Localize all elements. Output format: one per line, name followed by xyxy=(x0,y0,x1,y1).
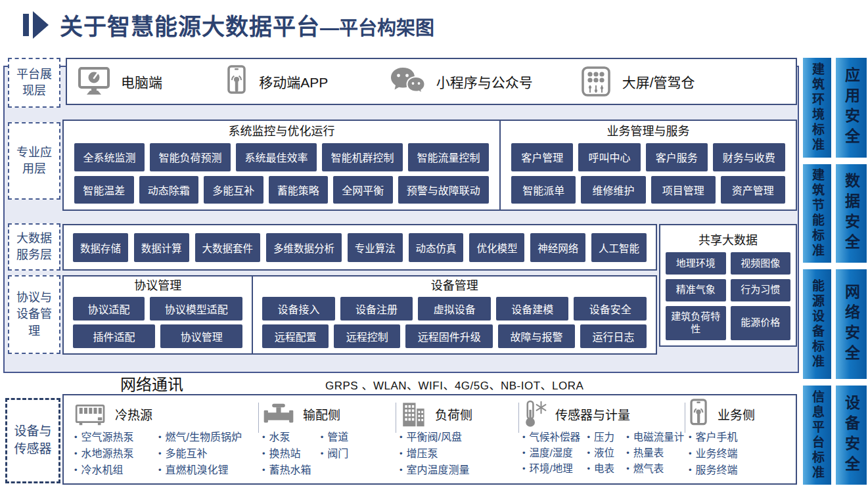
sensor-icon xyxy=(522,399,547,428)
group-business-management: 业务管理与服务 客户管理 呼叫中心 客户服务 财务与收费 智能派单 维修维护 项… xyxy=(501,121,796,210)
device-item: 水地源热泵 xyxy=(74,446,157,462)
group-system-monitoring: 系统监控与优化运行 全系统监测 智能负荷预测 系统最佳效率 智能机群控制 智能流… xyxy=(64,121,501,210)
device-item: 业务终端 xyxy=(689,446,789,462)
shared-bigdata-button: 能源价格 xyxy=(731,306,791,341)
device-item: 电表 xyxy=(587,461,625,477)
page-title: 关于智慧能源大数据平台—平台构架图 xyxy=(60,8,434,41)
app-button: 客户服务 xyxy=(646,143,708,171)
group-title: 业务管理与服务 xyxy=(511,124,785,139)
heat-source-icon xyxy=(74,401,107,427)
app-button: 全网平衡 xyxy=(333,176,393,204)
page-title-sub: —平台构架图 xyxy=(320,18,434,39)
bigdata-button: 大数据套件 xyxy=(195,233,260,262)
device-item: 电磁流量计 xyxy=(626,430,683,445)
device-mgmt-button: 远程配置 xyxy=(262,324,329,348)
shared-bigdata-button: 建筑负荷特性 xyxy=(666,306,726,341)
group-device-management: 设备管理 设备接入 设备注册 虚拟设备 设备建模 设备安全 远程配置 远程控制 … xyxy=(253,276,656,353)
device-item: 水泵 xyxy=(262,430,319,446)
standards-bar: 建筑环境标准 xyxy=(803,58,831,158)
bigdata-button: 优化模型 xyxy=(469,233,524,262)
device-mgmt-button: 远程固件升级 xyxy=(405,324,493,348)
device-item: 热量表 xyxy=(626,445,683,461)
device-mgmt-button: 设备接入 xyxy=(262,297,335,320)
group-title: 设备管理 xyxy=(262,278,647,293)
shared-bigdata-button: 精准气象 xyxy=(666,279,726,301)
app-button: 客户管理 xyxy=(511,143,573,171)
layer-label-devices: 设备与传感器 xyxy=(5,398,60,483)
standards-bar: 信息平台标准 xyxy=(803,386,831,485)
app-button: 智能流量控制 xyxy=(408,143,489,171)
device-mgmt-button: 运行日志 xyxy=(580,324,647,348)
app-button: 财务与收费 xyxy=(713,143,785,171)
presentation-item-label: 小程序与公众号 xyxy=(436,72,533,91)
device-mgmt-button: 设备建模 xyxy=(496,297,569,320)
page-title-main: 关于智慧能源大数据平台 xyxy=(60,14,320,39)
standards-bar: 能源设备标准 xyxy=(803,269,831,379)
terminal-icon xyxy=(689,399,710,429)
shared-bigdata-box: 共享大数据 地理环境 视频图像 精准气象 行为习惯 建筑负荷特性 能源价格 xyxy=(659,224,797,347)
protocol-button: 协议适配 xyxy=(73,297,145,320)
device-item: 燃气表 xyxy=(626,461,683,477)
device-column-title: 业务侧 xyxy=(718,405,755,423)
device-item: 燃气/生物质锅炉 xyxy=(158,430,256,446)
security-bar: 应用安全 xyxy=(836,58,867,158)
mobile-icon xyxy=(226,65,248,98)
wechat-icon xyxy=(389,66,426,97)
protocol-row: 协议管理 协议适配 协议模型适配 插件适配 协议管理 设备管理 设备接入 设备注… xyxy=(62,275,657,355)
app-button: 蓄能策略 xyxy=(269,176,329,204)
device-column-heat-source: 冷热源 空气源热泵 燃气/生物质锅炉 水地源热泵 多能互补 冷水机组 直燃机溴化… xyxy=(70,399,258,481)
title-marker-icon xyxy=(22,10,51,40)
layer-label-application: 专业应用层 xyxy=(8,122,60,200)
group-protocol-management: 协议管理 协议适配 协议模型适配 插件适配 协议管理 xyxy=(64,276,253,353)
group-title: 系统监控与优化运行 xyxy=(74,124,489,139)
device-item: 平衡阀/风盘 xyxy=(400,430,514,446)
device-item: 管道 xyxy=(321,430,393,446)
shared-bigdata-button: 视频图像 xyxy=(731,252,791,275)
app-button: 资产管理 xyxy=(721,176,785,204)
app-button: 呼叫中心 xyxy=(578,143,640,171)
app-button: 全系统监测 xyxy=(74,143,145,171)
shared-bigdata-button: 行为习惯 xyxy=(731,279,791,301)
device-item: 蓄热水箱 xyxy=(262,462,319,479)
presentation-item-bigscreen: 大屏/管驾仓 xyxy=(580,66,785,97)
app-button: 智能机群控制 xyxy=(322,143,403,171)
device-mgmt-button: 虚拟设备 xyxy=(418,297,491,320)
device-item: 环境/地理 xyxy=(522,461,585,477)
app-button: 项目管理 xyxy=(651,176,716,204)
device-column-title: 输配侧 xyxy=(303,405,340,423)
device-item: 增压泵 xyxy=(400,446,514,462)
bigdata-button: 专业算法 xyxy=(348,233,403,262)
bigdata-button: 多维数据分析 xyxy=(266,233,342,262)
device-item: 服务终端 xyxy=(689,462,789,479)
dashboard-icon xyxy=(580,66,612,97)
presentation-row: 电脑端 移动端APP xyxy=(66,58,797,105)
device-item: 空气源热泵 xyxy=(74,430,157,446)
device-item: 直燃机溴化锂 xyxy=(158,462,256,479)
bigdata-button: 神经网络 xyxy=(530,233,585,262)
bigdata-button: 数据存储 xyxy=(73,233,128,262)
device-mgmt-button: 故障与报警 xyxy=(498,324,575,348)
layer-label-presentation: 平台展现层 xyxy=(8,58,60,108)
device-item: 冷水机组 xyxy=(74,462,157,479)
bigdata-button: 数据计算 xyxy=(134,233,189,262)
device-item: 客户手机 xyxy=(689,430,789,446)
slide-canvas: 关于智慧能源大数据平台—平台构架图 平台展现层 专业应用层 大数据服务层 协议与… xyxy=(0,0,868,486)
protocol-button: 协议模型适配 xyxy=(150,297,242,320)
bigdata-button: 人工智能 xyxy=(591,233,647,262)
device-item: 多能互补 xyxy=(158,446,256,462)
valve-icon xyxy=(262,402,295,426)
app-button: 维修维护 xyxy=(581,176,645,204)
device-column-distribution: 输配侧 水泵 管道 换热站 阀门 蓄热水箱 xyxy=(258,399,396,481)
layer-label-bigdata: 大数据服务层 xyxy=(8,223,60,271)
protocol-button: 插件适配 xyxy=(73,324,155,348)
device-item: 压力 xyxy=(587,430,625,445)
group-title: 协议管理 xyxy=(73,278,242,293)
app-button: 预警与故障联动 xyxy=(398,176,490,204)
device-item: 阀门 xyxy=(321,446,393,462)
device-column-load-side: 负荷侧 平衡阀/风盘 增压泵 室内温度测量 xyxy=(396,399,518,481)
presentation-item-label: 电脑端 xyxy=(121,72,162,91)
application-row: 系统监控与优化运行 全系统监测 智能负荷预测 系统最佳效率 智能机群控制 智能流… xyxy=(62,120,797,211)
security-bar: 设备安全 xyxy=(836,386,867,485)
security-bar: 数据安全 xyxy=(836,164,867,263)
app-button: 多能互补 xyxy=(204,176,263,204)
